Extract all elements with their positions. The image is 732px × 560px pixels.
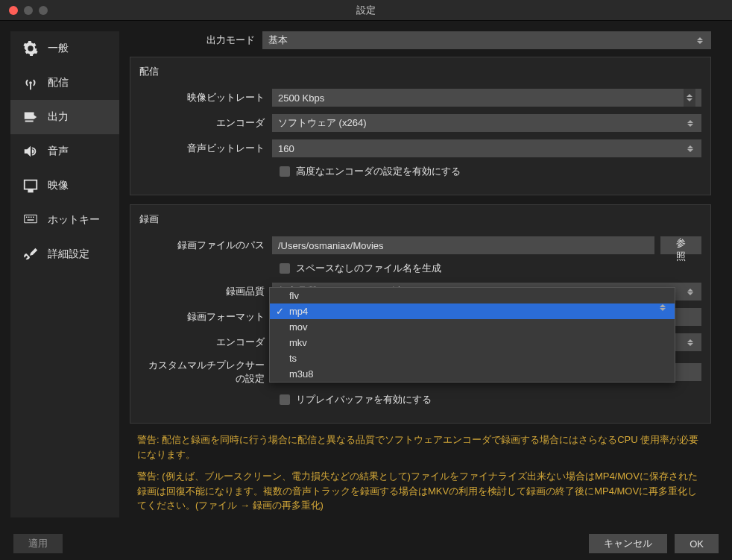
replay-buffer-row: リプレイバッファを有効にする xyxy=(139,393,701,406)
sidebar-item-label: 一般 xyxy=(48,42,69,55)
svg-rect-4 xyxy=(33,217,34,218)
main-container: 一般 配信 出力 音声 映像 ホットキー 詳細設定 出力モード xyxy=(0,21,732,528)
sidebar-item-general[interactable]: 一般 xyxy=(10,31,119,66)
gear-icon xyxy=(21,40,40,57)
select-arrows-icon xyxy=(695,37,705,44)
advanced-encoder-checkbox[interactable] xyxy=(280,166,290,177)
speaker-icon xyxy=(21,143,40,160)
select-arrows-icon xyxy=(685,145,695,152)
no-spaces-checkbox[interactable] xyxy=(280,263,290,274)
dropdown-option-mov[interactable]: mov xyxy=(270,319,675,335)
streaming-section-title: 配信 xyxy=(139,65,701,78)
sidebar-item-output[interactable]: 出力 xyxy=(10,100,119,134)
output-mode-row: 出力モード 基本 xyxy=(130,31,711,49)
no-spaces-label: スペースなしのファイル名を生成 xyxy=(296,262,441,275)
titlebar: 設定 xyxy=(0,0,732,21)
video-bitrate-row: 映像ビットレート 2500 Kbps xyxy=(139,89,701,107)
select-arrows-icon xyxy=(685,289,695,295)
sidebar-item-audio[interactable]: 音声 xyxy=(10,134,119,169)
dropdown-option-mp4[interactable]: mp4 xyxy=(270,303,675,319)
replay-buffer-checkbox[interactable] xyxy=(280,394,290,405)
stream-encoder-label: エンコーダ xyxy=(139,116,272,130)
output-icon xyxy=(21,109,40,125)
dropdown-option-mkv[interactable]: mkv xyxy=(270,335,675,350)
audio-bitrate-row: 音声ビットレート 160 xyxy=(139,139,701,157)
sidebar-item-label: 詳細設定 xyxy=(48,248,89,261)
sidebar-item-hotkeys[interactable]: ホットキー xyxy=(10,203,119,237)
muxer-label: カスタムマルチプレクサーの設定 xyxy=(139,359,272,386)
window-title: 設定 xyxy=(356,4,376,17)
dropdown-option-ts[interactable]: ts xyxy=(270,350,675,366)
output-mode-select[interactable]: 基本 xyxy=(262,31,711,49)
stream-encoder-value: ソフトウェア (x264) xyxy=(278,116,366,130)
svg-rect-2 xyxy=(28,217,30,218)
select-arrows-icon xyxy=(685,120,695,127)
warning-1: 警告: 配信と録画を同時に行う場合に配信と異なる品質でソフトウェアエンコーダで録… xyxy=(130,432,711,462)
stream-encoder-select[interactable]: ソフトウェア (x264) xyxy=(272,114,701,132)
browse-button[interactable]: 参照 xyxy=(660,236,701,254)
warning-2: 警告: (例えば、ブルースクリーン、電力損失などの結果として)ファイルをファイナ… xyxy=(130,469,711,513)
audio-bitrate-value: 160 xyxy=(278,143,294,154)
dropdown-option-flv[interactable]: flv xyxy=(270,288,675,303)
footer: 適用 キャンセル OK xyxy=(0,528,732,559)
sidebar: 一般 配信 出力 音声 映像 ホットキー 詳細設定 xyxy=(10,31,119,517)
tools-icon xyxy=(21,246,40,262)
svg-rect-1 xyxy=(26,217,28,218)
sidebar-item-video[interactable]: 映像 xyxy=(10,169,119,203)
sidebar-item-label: 出力 xyxy=(48,110,69,124)
traffic-lights xyxy=(0,6,48,15)
recording-path-input[interactable]: /Users/osmaniax/Movies xyxy=(272,236,654,254)
recording-format-label: 録画フォーマット xyxy=(139,310,272,324)
ok-button[interactable]: OK xyxy=(675,534,719,553)
stream-encoder-row: エンコーダ ソフトウェア (x264) xyxy=(139,114,701,132)
sidebar-item-stream[interactable]: 配信 xyxy=(10,66,119,100)
sidebar-item-advanced[interactable]: 詳細設定 xyxy=(10,237,119,271)
replay-buffer-label: リプレイバッファを有効にする xyxy=(296,393,432,406)
video-bitrate-label: 映像ビットレート xyxy=(139,91,272,104)
cancel-button[interactable]: キャンセル xyxy=(589,534,667,553)
recording-path-value: /Users/osmaniax/Movies xyxy=(278,240,384,251)
svg-rect-5 xyxy=(28,219,34,221)
audio-bitrate-label: 音声ビットレート xyxy=(139,142,272,155)
select-arrows-icon xyxy=(660,304,670,311)
recording-path-row: 録画ファイルのパス /Users/osmaniax/Movies 参照 xyxy=(139,236,701,254)
sidebar-item-label: 映像 xyxy=(48,179,69,192)
dropdown-option-m3u8[interactable]: m3u8 xyxy=(270,366,675,382)
select-arrows-icon xyxy=(685,339,695,346)
audio-bitrate-select[interactable]: 160 xyxy=(272,139,701,157)
format-dropdown: flv mp4 mov mkv ts m3u8 xyxy=(269,287,675,383)
output-mode-value: 基本 xyxy=(268,34,288,47)
monitor-icon xyxy=(21,177,40,194)
apply-button[interactable]: 適用 xyxy=(13,534,63,553)
advanced-encoder-row: 高度なエンコーダの設定を有効にする xyxy=(139,165,701,178)
sidebar-item-label: 配信 xyxy=(48,76,69,89)
video-bitrate-input[interactable]: 2500 Kbps xyxy=(272,89,701,107)
spinner-arrows-icon xyxy=(684,89,695,107)
advanced-encoder-label: 高度なエンコーダの設定を有効にする xyxy=(296,165,461,178)
minimize-window-button[interactable] xyxy=(24,6,33,15)
output-mode-label: 出力モード xyxy=(130,34,262,47)
sidebar-item-label: 音声 xyxy=(48,145,69,158)
sidebar-item-label: ホットキー xyxy=(48,213,100,227)
recording-section-title: 録画 xyxy=(139,213,701,226)
maximize-window-button[interactable] xyxy=(39,6,48,15)
video-bitrate-value: 2500 Kbps xyxy=(278,92,324,104)
streaming-section: 配信 映像ビットレート 2500 Kbps エンコーダ ソフトウェア (x264… xyxy=(130,57,711,195)
recording-encoder-label: エンコーダ xyxy=(139,336,272,349)
no-spaces-row: スペースなしのファイル名を生成 xyxy=(139,262,701,275)
recording-quality-label: 録画品質 xyxy=(139,285,272,298)
antenna-icon xyxy=(21,75,40,91)
recording-path-label: 録画ファイルのパス xyxy=(139,239,272,252)
svg-rect-3 xyxy=(31,217,32,218)
svg-rect-0 xyxy=(25,215,37,223)
close-window-button[interactable] xyxy=(9,6,18,15)
content-area: 出力モード 基本 配信 映像ビットレート 2500 Kbps xyxy=(119,31,722,517)
keyboard-icon xyxy=(21,212,40,228)
